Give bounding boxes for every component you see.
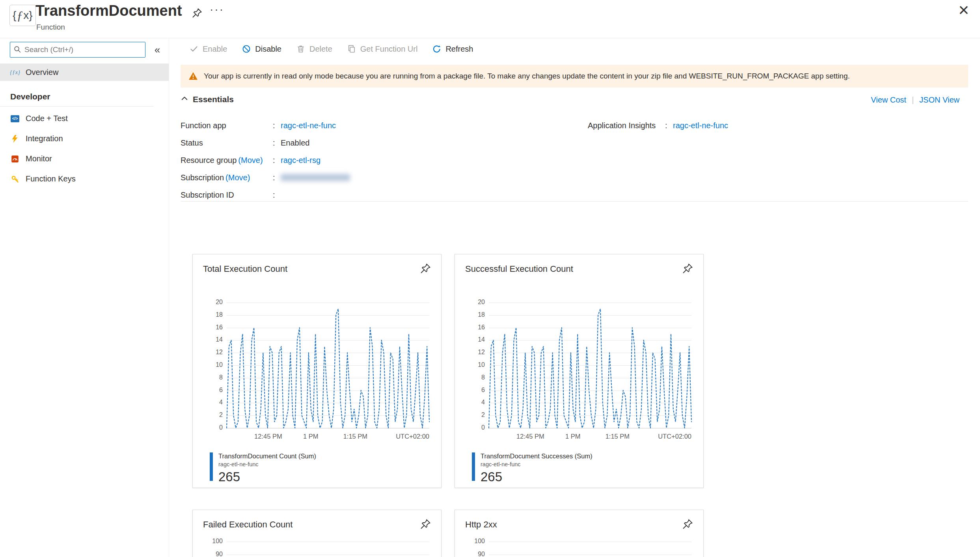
chart-legend: TransformDocument Successes (Sum) ragc-e…: [472, 452, 592, 484]
sidebar-item-label: Code + Test: [26, 114, 68, 123]
sidebar-item-label: Monitor: [26, 154, 52, 163]
blade-header: {ƒx} TransformDocument Function ··· ×: [0, 0, 980, 38]
more-options-icon[interactable]: ···: [210, 3, 224, 16]
legend-sum-value: 265: [218, 469, 316, 484]
row-colon: :: [273, 138, 281, 148]
legend-color-bar: [210, 452, 213, 481]
row-colon: :: [273, 121, 281, 130]
command-bar: Enable Disable Delete Get Function Url R…: [182, 39, 481, 58]
essentials-header: Essentials View Cost | JSON View: [181, 95, 968, 109]
chevron-up-icon: [181, 95, 188, 104]
essentials-left-column: Function app : ragc-etl-ne-func Status :…: [181, 117, 350, 204]
delete-label: Delete: [309, 45, 332, 54]
row-label: Resource group(Move): [181, 156, 273, 165]
disable-label: Disable: [255, 45, 281, 54]
move-resource-group-link[interactable]: (Move): [238, 156, 263, 164]
enable-label: Enable: [203, 45, 227, 54]
pin-icon[interactable]: [192, 8, 202, 18]
links-divider: |: [912, 95, 914, 105]
sidebar-item-integration[interactable]: Integration: [0, 129, 169, 149]
sidebar: « {ƒx} Overview Developer </> Code + Tes…: [0, 38, 169, 557]
resource-group-link[interactable]: ragc-etl-rsg: [281, 156, 320, 165]
legend-color-bar: [472, 452, 475, 481]
status-value: Enabled: [281, 138, 309, 148]
key-icon: [10, 174, 20, 184]
get-function-url-label: Get Function Url: [360, 45, 418, 54]
enable-button[interactable]: Enable: [182, 40, 235, 58]
essentials-row-function-app: Function app : ragc-etl-ne-func: [181, 117, 350, 134]
gauge-icon: [10, 154, 20, 164]
function-app-link[interactable]: ragc-etl-ne-func: [281, 121, 336, 130]
row-label: Function app: [181, 121, 273, 130]
chart-plot: 10090: [227, 542, 429, 557]
essentials-row-status: Status : Enabled: [181, 134, 350, 151]
chart-plot: 2018161412108642012:45 PM1 PM1:15 PMUTC+…: [489, 303, 691, 428]
legend-resource-name: ragc-etl-ne-func: [481, 461, 592, 467]
chart-card-successful-execution-count: Successful Execution Count 2018161412108…: [455, 254, 704, 488]
application-insights-link[interactable]: ragc-etl-ne-func: [673, 121, 728, 130]
sidebar-item-overview[interactable]: {ƒx} Overview: [0, 64, 169, 81]
json-view-link[interactable]: JSON View: [919, 95, 960, 105]
close-icon[interactable]: ×: [958, 1, 969, 19]
legend-sum-value: 265: [481, 469, 592, 484]
refresh-icon: [432, 45, 441, 53]
sidebar-item-label: Function Keys: [26, 174, 76, 183]
disable-button[interactable]: Disable: [235, 40, 289, 58]
essentials-row-application-insights: Application Insights : ragc-etl-ne-func: [588, 117, 728, 134]
lightning-icon: [10, 134, 20, 144]
essentials-bottom-divider: [181, 201, 968, 202]
subscription-value-redacted: [281, 174, 350, 181]
essentials-row-resource-group: Resource group(Move) : ragc-etl-rsg: [181, 151, 350, 169]
essentials-row-subscription: Subscription(Move) :: [181, 169, 350, 186]
delete-button[interactable]: Delete: [289, 40, 340, 58]
chart-card-failed-execution-count: Failed Execution Count 10090: [192, 510, 442, 557]
sidebar-item-function-keys[interactable]: Function Keys: [0, 169, 169, 189]
metric-line-series: [489, 303, 691, 428]
page-subtitle: Function: [36, 23, 65, 32]
chart-card-total-execution-count: Total Execution Count 201816141210864201…: [192, 254, 442, 488]
essentials-title: Essentials: [193, 95, 234, 104]
pin-icon[interactable]: [682, 263, 693, 274]
legend-resource-name: ragc-etl-ne-func: [218, 461, 316, 467]
sidebar-item-label: Integration: [26, 134, 63, 143]
block-icon: [242, 45, 251, 53]
trash-icon: [296, 45, 305, 53]
legend-metric-name: TransformDocument Count (Sum): [218, 452, 316, 460]
sidebar-section-developer: Developer: [10, 92, 50, 101]
pin-icon[interactable]: [682, 519, 693, 529]
copy-link-icon: [347, 45, 356, 53]
refresh-button[interactable]: Refresh: [425, 40, 481, 58]
warning-text: Your app is currently in read only mode …: [204, 72, 850, 80]
legend-metric-name: TransformDocument Successes (Sum): [481, 452, 592, 460]
view-cost-link[interactable]: View Cost: [871, 95, 906, 105]
chart-plot: 10090: [489, 542, 691, 557]
chart-title: Failed Execution Count: [203, 520, 293, 530]
essentials-toggle[interactable]: Essentials: [181, 95, 968, 104]
row-colon: :: [273, 156, 281, 165]
row-label: Status: [181, 138, 273, 148]
row-colon: :: [273, 191, 281, 200]
sidebar-item-monitor[interactable]: Monitor: [0, 149, 169, 169]
warning-icon: [188, 71, 198, 81]
chart-title: Http 2xx: [465, 520, 497, 530]
pin-icon[interactable]: [420, 263, 431, 274]
essentials-right-column: Application Insights : ragc-etl-ne-func: [588, 117, 728, 134]
chart-title: Successful Execution Count: [465, 264, 573, 274]
search-input[interactable]: [10, 42, 145, 58]
divider: [0, 106, 153, 107]
row-label: Application Insights: [588, 121, 665, 130]
sidebar-item-label: Overview: [26, 68, 58, 77]
page-title: TransformDocument: [35, 2, 182, 19]
chart-plot: 2018161412108642012:45 PM1 PM1:15 PMUTC+…: [227, 303, 429, 428]
chart-card-http-2xx: Http 2xx 10090: [455, 510, 704, 557]
sidebar-item-code-test[interactable]: </> Code + Test: [0, 108, 169, 129]
move-subscription-link[interactable]: (Move): [225, 173, 250, 182]
pin-icon[interactable]: [420, 519, 431, 529]
collapse-sidebar-button[interactable]: «: [149, 42, 165, 58]
chart-title: Total Execution Count: [203, 264, 287, 274]
row-label: Subscription ID: [181, 191, 273, 200]
get-function-url-button[interactable]: Get Function Url: [340, 40, 425, 58]
code-test-icon: </>: [10, 114, 20, 123]
readonly-warning-banner: Your app is currently in read only mode …: [181, 65, 968, 88]
row-colon: :: [665, 121, 673, 130]
